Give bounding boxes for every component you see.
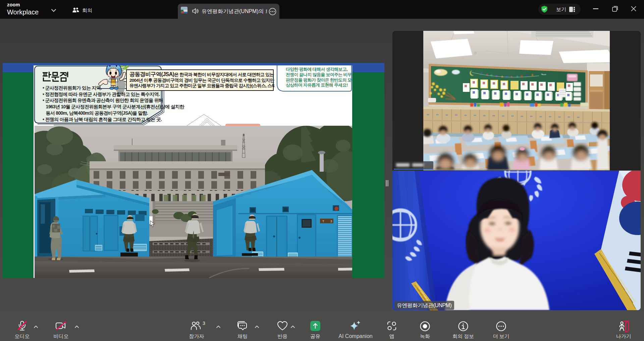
svg-text:T: T [322,220,324,223]
svg-text:●: ● [511,74,513,78]
svg-text:3: 3 [330,220,332,223]
svg-text:■: ■ [505,74,508,78]
svg-text:■: ■ [490,73,493,77]
svg-text:▲: ▲ [531,72,534,76]
svg-text:▲: ▲ [516,74,519,78]
svg-text:●: ● [495,74,498,78]
svg-text:●: ● [526,73,528,77]
svg-text:▲: ▲ [500,74,504,78]
